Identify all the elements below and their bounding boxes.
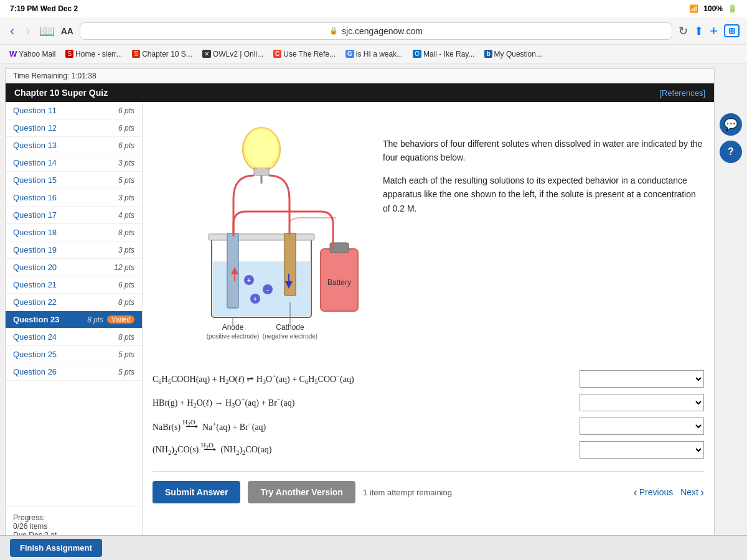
address-bar[interactable]: 🔒 sjc.cengagenow.com bbox=[80, 22, 672, 40]
bookmark-usethereference[interactable]: C Use The Refe... bbox=[269, 49, 340, 60]
sidebar-item-q14[interactable]: Question 14 3 pts bbox=[6, 154, 142, 172]
sidebar-item-q18[interactable]: Question 18 8 pts bbox=[6, 224, 142, 241]
progress-label: Progress: bbox=[13, 513, 134, 522]
previous-label: Previous bbox=[639, 487, 673, 497]
sidebar-item-q16[interactable]: Question 16 3 pts bbox=[6, 189, 142, 207]
bookmark-owlv2[interactable]: ✕ OWLv2 | Onli... bbox=[198, 49, 268, 60]
bottom-action-bar: Submit Answer Try Another Version 1 item… bbox=[153, 471, 704, 503]
side-buttons: 💬 ? bbox=[720, 113, 742, 163]
battery-icon: 🔋 bbox=[728, 4, 737, 13]
equations-section: C6H5COOH(aq) + H2O(ℓ) ⇌ H3O+(aq) + C6H5C… bbox=[153, 370, 704, 459]
status-right: 📶 100% 🔋 bbox=[689, 4, 737, 13]
signal-icon: 📶 bbox=[689, 4, 698, 13]
next-label: Next bbox=[680, 487, 698, 497]
q11-pts: 6 pts bbox=[118, 106, 134, 115]
main-wrapper: 💬 ? Time Remaining: 1:01:38 Chapter 10 S… bbox=[0, 63, 747, 560]
bookmarks-bar: W Yahoo Mail S Home - sierr... S Chapter… bbox=[0, 45, 747, 63]
svg-rect-6 bbox=[209, 234, 314, 240]
svg-text:+: + bbox=[247, 277, 251, 284]
sidebar-item-q20[interactable]: Question 20 12 pts bbox=[6, 259, 142, 276]
time-remaining-bar: Time Remaining: 1:01:38 bbox=[6, 69, 714, 83]
progress-items: 0/26 items bbox=[13, 522, 134, 531]
sidebar-item-q19[interactable]: Question 19 3 pts bbox=[6, 241, 142, 259]
browser-nav-bar: ‹ › 📖 AA 🔒 sjc.cengagenow.com ↻ ⬆ + ⊞ bbox=[0, 17, 747, 45]
submit-answer-button[interactable]: Submit Answer bbox=[153, 481, 240, 503]
tabs-button[interactable]: ⊞ bbox=[724, 24, 740, 37]
sidebar-item-q12[interactable]: Question 12 6 pts bbox=[6, 119, 142, 137]
aa-button[interactable]: AA bbox=[61, 26, 73, 36]
equation-4-dropdown[interactable] bbox=[580, 441, 704, 459]
finish-assignment-bar: Finish Assignment bbox=[0, 535, 747, 560]
references-link[interactable]: [References] bbox=[659, 88, 705, 98]
sidebar-item-q23-active[interactable]: Question 23 8 pts Visited bbox=[6, 311, 142, 329]
bookmark-yahoo[interactable]: W Yahoo Mail bbox=[5, 48, 60, 60]
book-icon: 📖 bbox=[39, 24, 55, 39]
svg-text:+: + bbox=[253, 296, 257, 302]
svg-text:(negative electrode): (negative electrode) bbox=[263, 333, 317, 340]
next-chevron-icon: › bbox=[700, 486, 704, 499]
bookmark-chapter10[interactable]: S Chapter 10 S... bbox=[128, 49, 196, 60]
finish-assignment-button[interactable]: Finish Assignment bbox=[10, 539, 102, 557]
sidebar-item-q13[interactable]: Question 13 6 pts bbox=[6, 137, 142, 154]
sidebar-item-q24[interactable]: Question 24 8 pts bbox=[6, 329, 142, 346]
attempt-remaining-text: 1 item attempt remaining bbox=[363, 488, 626, 497]
svg-text:-: - bbox=[266, 286, 268, 293]
help-button[interactable]: ? bbox=[720, 141, 742, 163]
sidebar-items: Question 11 6 pts Question 12 6 pts Ques… bbox=[6, 102, 142, 506]
equation-2-text: HBr(g) + H2O(ℓ) → H3O+(aq) + Br−(aq) bbox=[153, 396, 572, 409]
try-another-version-button[interactable]: Try Another Version bbox=[248, 481, 355, 503]
next-button[interactable]: Next › bbox=[680, 486, 704, 499]
description-section: The behaviors of four different solutes … bbox=[383, 112, 704, 363]
equation-1-dropdown[interactable] bbox=[580, 370, 704, 388]
previous-button[interactable]: ‹ Previous bbox=[634, 486, 673, 499]
back-button[interactable]: ‹ bbox=[7, 23, 17, 39]
content-panel: Time Remaining: 1:01:38 Chapter 10 Super… bbox=[5, 68, 715, 555]
sidebar-item-q11[interactable]: Question 11 6 pts bbox=[6, 102, 142, 119]
share-button[interactable]: ⬆ bbox=[694, 24, 703, 38]
forward-button[interactable]: › bbox=[23, 23, 32, 39]
time-remaining-text: Time Remaining: 1:01:38 bbox=[13, 72, 96, 80]
sidebar-item-q26[interactable]: Question 26 5 pts bbox=[6, 363, 142, 381]
refresh-button[interactable]: ↻ bbox=[679, 24, 688, 38]
quiz-content: + - + bbox=[143, 102, 714, 554]
equation-row-3: NaBr(s) H2O⟶ Na+(aq) + Br−(aq) bbox=[153, 418, 704, 435]
bookmark-myquestion[interactable]: b My Question... bbox=[480, 49, 546, 60]
prev-chevron-icon: ‹ bbox=[634, 486, 637, 499]
lock-icon: 🔒 bbox=[329, 27, 338, 35]
sidebar-item-q17[interactable]: Question 17 4 pts bbox=[6, 207, 142, 224]
equation-4-text: (NH2)2CO(s) H2O⟶ (NH2)2CO(aq) bbox=[153, 444, 572, 456]
visited-badge: Visited bbox=[107, 315, 134, 324]
bookmark-mail[interactable]: O Mail - Ike Ray... bbox=[408, 49, 479, 60]
chat-button[interactable]: 💬 bbox=[720, 113, 742, 136]
svg-text:(positive electrode): (positive electrode) bbox=[207, 333, 259, 340]
body-row: Question 11 6 pts Question 12 6 pts Ques… bbox=[6, 102, 714, 554]
bookmark-google[interactable]: G is HI a weak... bbox=[341, 49, 407, 60]
svg-rect-1 bbox=[254, 168, 269, 175]
svg-rect-8 bbox=[284, 233, 296, 296]
url-text: sjc.cengagenow.com bbox=[342, 26, 423, 36]
quiz-header: Chapter 10 Super Quiz [References] bbox=[6, 83, 714, 102]
new-tab-button[interactable]: + bbox=[710, 23, 718, 39]
bookmark-home[interactable]: S Home - sierr... bbox=[61, 49, 126, 60]
chapter-title: Chapter 10 Super Quiz bbox=[14, 88, 108, 98]
content-row: + - + bbox=[153, 112, 704, 363]
equation-1-text: C6H5COOH(aq) + H2O(ℓ) ⇌ H3O+(aq) + C6H5C… bbox=[153, 373, 572, 385]
diagram-section: + - + bbox=[153, 112, 370, 363]
sidebar-item-q21[interactable]: Question 21 6 pts bbox=[6, 276, 142, 294]
q11-label: Question 11 bbox=[13, 106, 57, 115]
equation-3-dropdown[interactable] bbox=[580, 418, 704, 435]
equation-row-2: HBr(g) + H2O(ℓ) → H3O+(aq) + Br−(aq) bbox=[153, 394, 704, 411]
sidebar-item-q22[interactable]: Question 22 8 pts bbox=[6, 294, 142, 311]
description-1: The behaviors of four different solutes … bbox=[383, 137, 704, 165]
sidebar: Question 11 6 pts Question 12 6 pts Ques… bbox=[6, 102, 143, 554]
status-time: 7:19 PM Wed Dec 2 bbox=[10, 4, 78, 13]
equation-row-4: (NH2)2CO(s) H2O⟶ (NH2)2CO(aq) bbox=[153, 441, 704, 459]
sidebar-item-q25[interactable]: Question 25 5 pts bbox=[6, 346, 142, 363]
status-bar: 7:19 PM Wed Dec 2 📶 100% 🔋 bbox=[0, 0, 747, 17]
sidebar-item-q15[interactable]: Question 15 5 pts bbox=[6, 172, 142, 189]
equation-2-dropdown[interactable] bbox=[580, 394, 704, 411]
equation-row-1: C6H5COOH(aq) + H2O(ℓ) ⇌ H3O+(aq) + C6H5C… bbox=[153, 370, 704, 388]
equation-3-text: NaBr(s) H2O⟶ Na+(aq) + Br−(aq) bbox=[153, 421, 572, 432]
svg-rect-7 bbox=[227, 233, 238, 308]
battery-text: 100% bbox=[703, 4, 723, 13]
